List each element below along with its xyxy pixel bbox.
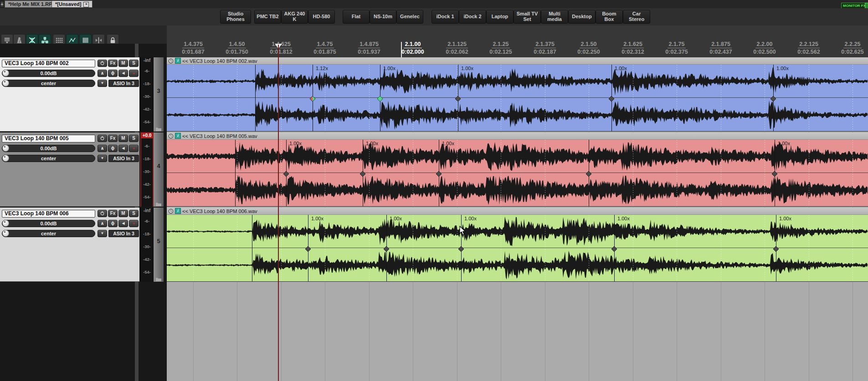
project-tab-unsaved[interactable]: *[Unsaved]×	[51, 0, 92, 8]
folder-icon[interactable]	[156, 200, 161, 204]
monitor-button-ns-10m[interactable]: NS-10m	[370, 10, 396, 24]
media-item-body[interactable]: 1.00x1.00x1.00x1.00x	[167, 140, 868, 207]
pan-knob[interactable]	[2, 80, 9, 86]
track-solo-button[interactable]: S	[129, 60, 139, 67]
folder-icon[interactable]	[156, 275, 161, 279]
track-record-arm-button[interactable]: ●	[129, 145, 139, 152]
media-item-header[interactable]: i<< VEC3 Loop 140 BPM 002.wav	[167, 57, 868, 65]
track-fx-button[interactable]: Fx	[108, 135, 118, 142]
track-power-button[interactable]	[98, 210, 107, 217]
track-phase-button[interactable]: ϕ	[108, 70, 118, 77]
stretch-marker-handle[interactable]	[436, 170, 442, 176]
track-phase-button[interactable]: ϕ	[108, 220, 118, 227]
pan-knob[interactable]	[2, 230, 9, 237]
monitor-button-multi-media[interactable]: Multi media	[541, 10, 568, 24]
monitor-button-flat[interactable]: Flat	[343, 10, 370, 24]
monitor-button-idock-2[interactable]: iDock 2	[459, 10, 486, 24]
stretch-marker-handle[interactable]	[609, 95, 614, 101]
item-info-button[interactable]: i	[175, 133, 181, 139]
media-item-header[interactable]: i<< VEC3 Loop 140 BPM 005.wav	[167, 132, 868, 140]
monitor-button-pmc-tb2[interactable]: PMC TB2	[254, 10, 281, 24]
track-mute-button[interactable]: M	[118, 60, 128, 67]
stretch-marker-handle[interactable]	[611, 245, 617, 251]
media-item-body[interactable]: 1.00x1.00x1.00x1.00x1.00x	[167, 215, 868, 282]
stretch-marker-handle[interactable]	[773, 245, 779, 251]
monitor-button-studio-phones[interactable]: Studio Phones	[220, 10, 251, 24]
media-item-header[interactable]: i<< VEC3 Loop 140 BPM 006.wav	[167, 208, 868, 215]
volume-slider[interactable]: 0.00dB	[2, 70, 95, 77]
stretch-marker-handle[interactable]	[458, 245, 464, 251]
volume-knob[interactable]	[2, 145, 9, 152]
folder-icon[interactable]	[156, 125, 161, 129]
input-dropdown-button[interactable]: ▼	[98, 230, 107, 237]
stretch-marker-handle[interactable]	[377, 95, 383, 101]
track-number-handle[interactable]: 5	[154, 208, 164, 282]
monitor-button-akg-240-k[interactable]: AKG 240 K	[281, 10, 308, 24]
stretch-marker-handle[interactable]	[305, 245, 311, 251]
volume-slider[interactable]: 0.00dB	[2, 220, 95, 227]
track-record-arm-button[interactable]: ●	[129, 220, 139, 227]
stretch-marker-handle[interactable]	[586, 170, 591, 176]
meter-peak-readout[interactable]: -inf	[141, 208, 153, 213]
monitor-button-desktop[interactable]: Desktop	[568, 10, 596, 24]
stretch-marker-handle[interactable]	[770, 95, 776, 101]
close-tab-icon[interactable]: ×	[83, 2, 89, 7]
input-dropdown-button[interactable]: ▼	[98, 155, 107, 162]
track-input-field[interactable]: ASIO In 3	[108, 230, 139, 237]
pan-slider[interactable]: center	[2, 230, 95, 237]
track-fx-button[interactable]: Fx	[108, 210, 118, 217]
track-phase-button[interactable]: ϕ	[108, 145, 118, 152]
track-number-handle[interactable]: 4	[154, 132, 164, 207]
track-pan-mode-button[interactable]: ◀	[118, 145, 128, 152]
media-item[interactable]: i<< VEC3 Loop 140 BPM 006.wav1.00x1.00x1…	[167, 208, 868, 282]
monitor-button-laptop[interactable]: Laptop	[486, 10, 514, 24]
stretch-marker-handle[interactable]	[772, 170, 777, 176]
timeline-ruler[interactable]: 1.4.3750:01.6871.4.500:01.7501.4.6250:01…	[167, 25, 868, 58]
stretch-marker-handle[interactable]	[384, 245, 389, 251]
new-project-tab-button[interactable]: +	[0, 1, 4, 7]
track-envelope-button[interactable]: ∧	[98, 70, 107, 77]
pan-knob[interactable]	[2, 155, 9, 162]
monitor-button-idock-1[interactable]: iDock 1	[431, 10, 459, 24]
volume-slider[interactable]: 0.00dB	[2, 145, 95, 152]
item-info-button[interactable]: i	[175, 208, 181, 214]
track-mute-button[interactable]: M	[118, 210, 128, 217]
volume-knob[interactable]	[2, 220, 9, 227]
track-record-arm-button[interactable]: ●	[129, 70, 139, 77]
media-item[interactable]: i<< VEC3 Loop 140 BPM 002.wav1.12x1.00x1…	[167, 57, 868, 132]
track-mute-button[interactable]: M	[118, 135, 128, 142]
media-item-body[interactable]: 1.12x1.00x1.00x1.00x1.00x	[167, 65, 868, 132]
monitor-button-small-tv-set[interactable]: Small TV Set	[514, 10, 541, 24]
track-pan-mode-button[interactable]: ◀	[118, 70, 128, 77]
track-name-field[interactable]: VEC3 Loop 140 BPM 005	[2, 135, 95, 142]
track-input-field[interactable]: ASIO In 3	[108, 80, 139, 87]
track-solo-button[interactable]: S	[129, 135, 139, 142]
meter-peak-readout[interactable]: +0.0	[141, 132, 153, 138]
input-dropdown-button[interactable]: ▼	[98, 80, 107, 87]
track-solo-button[interactable]: S	[129, 210, 139, 217]
project-tab[interactable]: *Help Me MIX 1.RPP	[5, 0, 59, 8]
stretch-marker-handle[interactable]	[360, 170, 365, 176]
track-pan-mode-button[interactable]: ◀	[118, 220, 128, 227]
meter-peak-readout[interactable]: -inf	[141, 57, 153, 63]
monitor-button-hd-580[interactable]: HD-580	[308, 10, 335, 24]
track-name-field[interactable]: VEC3 Loop 140 BPM 002	[2, 60, 95, 67]
monitor-button-car-stereo[interactable]: Car Stereo	[623, 10, 650, 24]
track-fx-button[interactable]: Fx	[108, 60, 118, 67]
track-power-button[interactable]	[98, 60, 107, 67]
track-envelope-button[interactable]: ∧	[98, 220, 107, 227]
stretch-marker-handle[interactable]	[455, 95, 461, 101]
pan-slider[interactable]: center	[2, 80, 95, 87]
track-power-button[interactable]	[98, 135, 107, 142]
arrange-view[interactable]: i<< VEC3 Loop 140 BPM 002.wav1.12x1.00x1…	[167, 57, 868, 381]
track-name-field[interactable]: VEC3 Loop 140 BPM 006	[2, 210, 95, 218]
stretch-marker-handle[interactable]	[310, 95, 315, 101]
track-input-field[interactable]: ASIO In 3	[108, 155, 139, 162]
item-info-button[interactable]: i	[175, 58, 181, 64]
pan-slider[interactable]: center	[2, 155, 95, 162]
monitor-button-boom-box[interactable]: Boom Box	[596, 10, 623, 24]
track-number-handle[interactable]: 3	[154, 57, 164, 132]
track-envelope-button[interactable]: ∧	[98, 145, 107, 152]
monitor-button-genelec[interactable]: Genelec	[396, 10, 423, 24]
stretch-marker-handle[interactable]	[283, 170, 289, 176]
